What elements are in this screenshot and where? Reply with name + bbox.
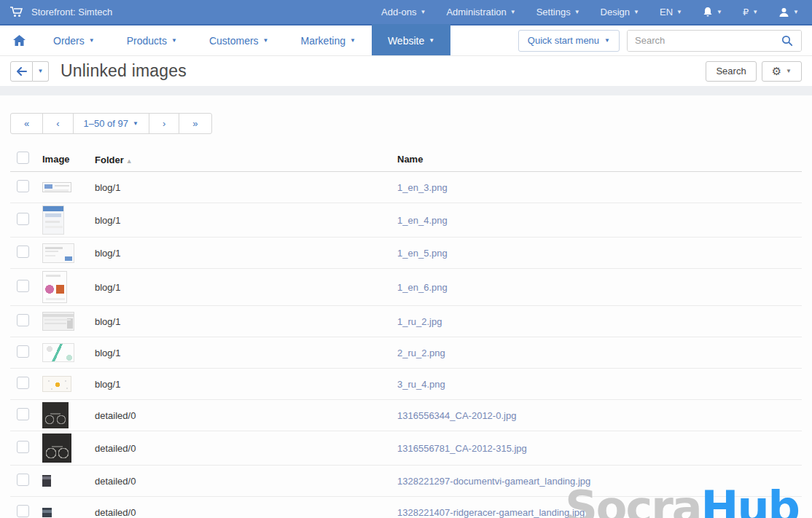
image-thumbnail[interactable]: [42, 376, 71, 392]
nav-item-website[interactable]: Website▼: [372, 24, 450, 55]
row-checkbox[interactable]: [17, 180, 29, 192]
content-area: « ‹ 1–50 of 97 ▼ › » Image Folder▲ Name …: [0, 95, 812, 518]
menu-design[interactable]: Design▼: [590, 0, 649, 24]
row-checkbox[interactable]: [17, 314, 29, 326]
image-thumbnail[interactable]: [42, 182, 71, 192]
menu-settings[interactable]: Settings▼: [526, 0, 590, 24]
folder-label: detailed/0: [95, 443, 136, 454]
column-header-image[interactable]: Image: [42, 154, 95, 165]
chevron-down-icon: ▼: [38, 68, 44, 74]
image-thumbnail[interactable]: [42, 312, 74, 331]
section-divider: [0, 86, 812, 95]
chevron-down-icon: ▼: [420, 9, 426, 15]
image-thumbnail[interactable]: [42, 402, 69, 428]
notifications-menu[interactable]: ▼: [692, 0, 733, 24]
folder-label: blog/1: [95, 248, 120, 259]
storefront-label[interactable]: Storefront: Simtech: [31, 7, 112, 17]
chevron-down-icon: ▼: [350, 38, 356, 44]
nav-item-marketing[interactable]: Marketing▼: [285, 25, 372, 55]
row-checkbox[interactable]: [17, 280, 29, 292]
row-checkbox[interactable]: [17, 408, 29, 420]
row-checkbox[interactable]: [17, 441, 29, 453]
image-thumbnail[interactable]: [42, 475, 51, 487]
nav-item-products[interactable]: Products▼: [111, 25, 193, 55]
global-search: [627, 30, 802, 52]
folder-label: detailed/0: [95, 507, 136, 518]
image-name-link[interactable]: 1_en_3.png: [397, 182, 448, 193]
pagination-range-dropdown[interactable]: 1–50 of 97 ▼: [73, 113, 149, 134]
back-dropdown-button[interactable]: ▼: [33, 61, 49, 82]
quick-start-menu-button[interactable]: Quick start menu ▼: [518, 30, 620, 52]
image-thumbnail[interactable]: [42, 433, 71, 463]
image-thumbnail[interactable]: [42, 343, 74, 362]
image-name-link[interactable]: 1328221407-ridgeracer-gameart_landing.jp…: [397, 507, 585, 518]
settings-gear-button[interactable]: ⚙ ▼: [762, 61, 802, 82]
image-thumbnail[interactable]: [42, 508, 52, 517]
menu-language[interactable]: EN▼: [649, 0, 692, 24]
image-thumbnail[interactable]: [42, 271, 67, 303]
column-header-folder[interactable]: Folder: [95, 154, 124, 165]
nav-item-customers[interactable]: Customers▼: [193, 25, 285, 55]
main-navbar: Orders▼ Products▼ Customers▼ Marketing▼ …: [0, 25, 812, 56]
sort-asc-icon: ▲: [126, 157, 133, 165]
folder-label: blog/1: [95, 348, 120, 358]
currency-menu[interactable]: ₽ ▼: [733, 0, 768, 24]
admin-topbar: Storefront: Simtech Add-ons▼ Administrat…: [0, 0, 812, 25]
row-checkbox[interactable]: [17, 474, 29, 486]
pagination-first-button[interactable]: «: [10, 113, 43, 134]
select-all-checkbox[interactable]: [17, 152, 29, 164]
chevron-down-icon: ▼: [786, 68, 792, 74]
folder-label: detailed/0: [95, 476, 136, 487]
pagination-prev-button[interactable]: ‹: [42, 113, 73, 134]
chevron-down-icon: ▼: [604, 38, 610, 44]
image-name-link[interactable]: 1_ru_2.jpg: [397, 316, 442, 327]
column-header-name[interactable]: Name: [397, 154, 802, 165]
table-header-row: Image Folder▲ Name: [10, 147, 802, 172]
table-row: blog/1 1_ru_2.jpg: [10, 306, 802, 337]
image-name-link[interactable]: 1316556781_CA-2012-315.jpg: [397, 443, 527, 454]
bell-icon: [703, 7, 713, 17]
chevron-down-icon: ▼: [676, 9, 682, 15]
search-submit-button[interactable]: [773, 31, 801, 51]
row-checkbox[interactable]: [17, 246, 29, 258]
image-name-link[interactable]: 2_ru_2.png: [397, 348, 445, 358]
pagination-next-button[interactable]: ›: [149, 113, 179, 134]
image-name-link[interactable]: 1_en_6.png: [397, 282, 448, 293]
image-name-link[interactable]: 1328221297-documentvi-gameart_landing.jp…: [397, 476, 590, 487]
folder-label: blog/1: [95, 316, 120, 327]
image-name-link[interactable]: 1_en_5.png: [397, 248, 448, 259]
folder-label: detailed/0: [95, 410, 136, 421]
search-icon: [781, 35, 793, 47]
chevron-down-icon: ▼: [171, 38, 177, 44]
image-thumbnail[interactable]: [42, 205, 64, 235]
chevron-down-icon: ▼: [633, 9, 639, 15]
chevron-down-icon: ▼: [429, 38, 434, 44]
table-row: blog/1 1_en_5.png: [10, 238, 802, 269]
table-body: blog/1 1_en_3.png blog/1 1_en_4.png blog…: [10, 172, 802, 518]
back-button[interactable]: [10, 61, 33, 82]
image-name-link[interactable]: 1316556344_CA-2012-0.jpg: [397, 410, 516, 421]
row-checkbox[interactable]: [17, 377, 29, 389]
menu-administration[interactable]: Administration▼: [436, 0, 526, 24]
row-checkbox[interactable]: [17, 213, 29, 225]
user-icon: [778, 7, 789, 17]
chevron-down-icon: ▼: [717, 9, 722, 15]
nav-item-orders[interactable]: Orders▼: [37, 25, 111, 55]
home-button[interactable]: [0, 25, 37, 55]
image-name-link[interactable]: 3_ru_4.png: [397, 379, 445, 390]
pagination: « ‹ 1–50 of 97 ▼ › »: [10, 113, 212, 134]
row-checkbox[interactable]: [17, 505, 29, 517]
menu-add-ons[interactable]: Add-ons▼: [371, 0, 436, 24]
page-title: Unlinked images: [60, 61, 187, 81]
pagination-last-button[interactable]: »: [179, 113, 211, 134]
table-row: blog/1 1_en_3.png: [10, 172, 802, 203]
image-name-link[interactable]: 1_en_4.png: [397, 215, 448, 226]
image-thumbnail[interactable]: [42, 243, 74, 263]
search-button[interactable]: Search: [706, 61, 756, 82]
user-menu[interactable]: ▼: [768, 0, 802, 24]
table-row: blog/1 1_en_6.png: [10, 269, 802, 306]
unlinked-images-table: Image Folder▲ Name blog/1 1_en_3.png blo…: [10, 147, 802, 518]
chevron-down-icon: ▼: [793, 9, 799, 15]
row-checkbox[interactable]: [17, 345, 29, 358]
search-input[interactable]: [628, 31, 773, 51]
